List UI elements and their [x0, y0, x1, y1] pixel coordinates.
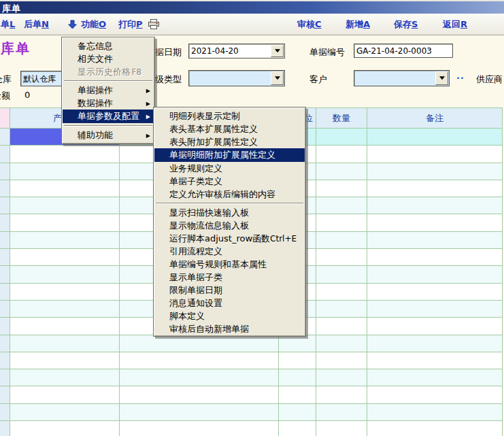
table-cell[interactable] [10, 180, 120, 197]
table-cell[interactable] [367, 318, 503, 334]
menu-item[interactable]: 运行脚本adjust_row函数Ctrl+E [154, 232, 305, 245]
table-cell[interactable] [10, 249, 120, 265]
menu-item[interactable]: 单据明细附加扩展属性定义 [154, 148, 305, 162]
col-header-remark[interactable]: 备注 [367, 108, 503, 128]
table-cell[interactable] [367, 214, 503, 231]
row-header-cell[interactable] [0, 163, 10, 180]
table-cell[interactable] [10, 232, 120, 248]
table-cell[interactable] [120, 421, 279, 436]
table-cell[interactable] [316, 146, 367, 162]
menu-item[interactable]: 定义允许审核后编辑的内容 [154, 188, 305, 201]
row-header-cell[interactable] [0, 352, 10, 369]
table-cell[interactable] [367, 249, 503, 265]
table-cell[interactable] [367, 352, 503, 369]
table-cell[interactable] [316, 421, 367, 436]
table-cell[interactable] [10, 284, 120, 300]
menubar-item-function[interactable]: 功能O [81, 14, 106, 35]
menubar-item-prev-doc[interactable]: 单L [1, 14, 15, 35]
menu-item[interactable]: 业务规则定义 [154, 162, 305, 175]
table-cell[interactable] [10, 318, 120, 334]
row-header-cell[interactable] [0, 301, 10, 317]
table-cell[interactable] [10, 352, 120, 369]
table-cell[interactable] [10, 335, 120, 352]
menu-item[interactable]: 限制单据日期 [154, 284, 305, 297]
row-header-cell[interactable] [0, 180, 10, 197]
row-header-cell[interactable] [0, 129, 10, 145]
table-cell[interactable] [10, 266, 120, 282]
menu-item[interactable]: 引用流程定义 [154, 245, 305, 258]
table-cell[interactable] [367, 180, 503, 197]
col-header-qty[interactable]: 数量 [316, 108, 367, 128]
table-cell[interactable] [120, 386, 279, 403]
level-type-combo[interactable] [188, 70, 285, 86]
table-cell[interactable] [279, 369, 316, 386]
table-cell[interactable] [316, 232, 367, 248]
more-dots-link[interactable]: .. [456, 71, 465, 81]
table-cell[interactable] [367, 146, 503, 162]
row-header-cell[interactable] [0, 318, 10, 334]
menu-item[interactable]: 显示单据子类 [154, 271, 305, 284]
menu-item[interactable]: 单据操作▶ [63, 84, 154, 97]
dropdown-arrow-icon[interactable] [271, 45, 284, 57]
menu-item[interactable]: 相关文件 [63, 52, 154, 65]
printer-icon[interactable] [148, 19, 160, 32]
menubar-item-add[interactable]: 新增A [346, 14, 370, 35]
table-cell[interactable] [120, 369, 279, 386]
table-cell[interactable] [316, 301, 367, 317]
menu-item[interactable]: 表头基本扩展属性定义 [154, 122, 305, 135]
menu-item[interactable]: 明细列表显示定制 [154, 110, 305, 122]
row-header-cell[interactable] [0, 335, 10, 352]
table-cell[interactable] [279, 421, 316, 436]
table-cell[interactable] [10, 404, 120, 420]
table-cell[interactable] [367, 421, 503, 436]
table-cell[interactable] [367, 163, 503, 180]
table-cell[interactable] [10, 214, 120, 231]
row-header-cell[interactable] [0, 386, 10, 403]
doc-date-combo[interactable]: 2021-04-20 [188, 44, 285, 58]
table-cell[interactable] [279, 404, 316, 420]
table-cell[interactable] [316, 335, 367, 352]
row-header-cell[interactable] [0, 369, 10, 386]
table-cell[interactable] [367, 129, 503, 145]
table-cell[interactable] [367, 301, 503, 317]
table-cell[interactable] [367, 197, 503, 214]
table-cell[interactable] [279, 335, 316, 352]
menu-item[interactable]: 数据操作▶ [63, 97, 154, 110]
row-header-cell[interactable] [0, 266, 10, 282]
menu-item[interactable]: 审核后自动新增单据 [154, 322, 305, 335]
table-cell[interactable] [10, 386, 120, 403]
table-cell[interactable] [316, 318, 367, 334]
row-header-cell[interactable] [0, 284, 10, 300]
menubar-item-save[interactable]: 保存S [394, 14, 418, 35]
menubar-item-next-doc[interactable]: 后单N [24, 14, 49, 35]
menu-item[interactable]: 单据参数及配置▶ [63, 110, 154, 123]
menubar-item-print[interactable]: 打印P [118, 14, 143, 35]
table-cell[interactable] [316, 214, 367, 231]
table-cell[interactable] [367, 335, 503, 352]
menu-item[interactable]: 单据子类定义 [154, 175, 305, 188]
table-cell[interactable] [367, 386, 503, 403]
table-cell[interactable] [367, 232, 503, 248]
menu-item[interactable]: 脚本定义 [154, 309, 305, 322]
menu-item[interactable]: 表头附加扩展属性定义 [154, 135, 305, 148]
menubar-item-audit[interactable]: 审核C [297, 14, 322, 35]
row-header-cell[interactable] [0, 249, 10, 265]
table-cell[interactable] [10, 369, 120, 386]
table-cell[interactable] [316, 249, 367, 265]
menu-item[interactable]: 单据编号规则和基本属性 [154, 258, 305, 271]
table-cell[interactable] [316, 129, 367, 145]
row-header-cell[interactable] [0, 146, 10, 162]
table-cell[interactable] [316, 180, 367, 197]
table-cell[interactable] [316, 266, 367, 282]
table-cell[interactable] [120, 352, 279, 369]
dropdown-arrow-icon[interactable] [271, 71, 284, 85]
table-cell[interactable] [10, 146, 120, 162]
table-cell[interactable] [316, 386, 367, 403]
table-cell[interactable] [316, 163, 367, 180]
menu-item[interactable]: 显示物流信息输入板 [154, 219, 305, 232]
customer-combo[interactable] [354, 70, 450, 86]
table-cell[interactable] [10, 197, 120, 214]
menubar-item-return[interactable]: 返回R [443, 14, 467, 35]
table-cell[interactable] [367, 404, 503, 420]
table-cell[interactable] [120, 404, 279, 420]
